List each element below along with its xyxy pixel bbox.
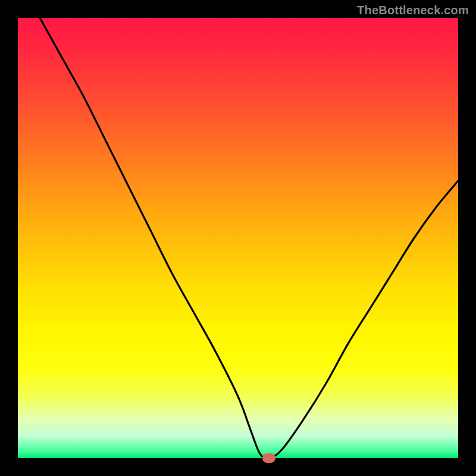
watermark-text: TheBottleneck.com [357, 4, 469, 17]
bottleneck-chart [18, 18, 458, 458]
optimum-marker [262, 453, 275, 463]
bottleneck-curve-path [40, 18, 458, 458]
curve-svg [18, 18, 458, 458]
